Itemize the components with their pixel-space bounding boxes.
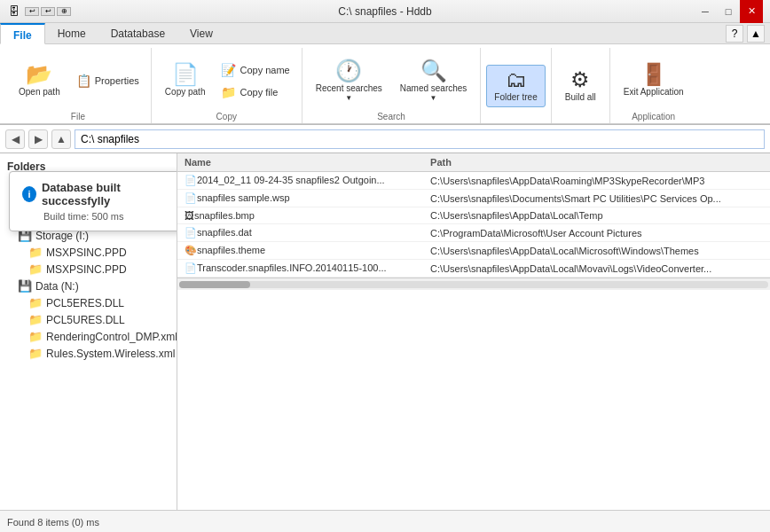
open-sub-buttons: 📋 Properties — [70, 70, 145, 91]
app-group-buttons: 🚪 Exit Application — [616, 48, 692, 110]
folder-tree-button[interactable]: 🗂 Folder tree — [486, 65, 545, 107]
ribbon-group-build: ⚙ Build all — [552, 48, 610, 123]
sidebar-folder-item[interactable]: 📁RenderingControl_DMP.xml — [0, 328, 177, 345]
status-bar: Found 8 items (0) ms — [0, 510, 770, 532]
copy-name-button[interactable]: 📝 Copy name — [215, 59, 295, 81]
build-group-label — [557, 120, 604, 123]
named-searches-icon: 🔍 — [420, 60, 447, 82]
build-all-label: Build all — [565, 92, 596, 103]
open-group-label: File — [11, 110, 145, 123]
file-icon: 🖼 — [185, 210, 194, 221]
table-row[interactable]: 📄snapfiles sample.wsp C:\Users\snapfiles… — [177, 190, 770, 207]
scroll-track[interactable] — [179, 281, 768, 288]
copy-path-button[interactable]: 📄 Copy path — [157, 59, 214, 102]
open-group-buttons: 📂 Open path 📋 Properties — [11, 48, 145, 110]
file-name-cell: 📄Transcoder.snapfiles.INFO.20140115-100.… — [177, 260, 423, 278]
popup-body: Build time: 500 ms — [22, 211, 177, 222]
ribbon-group-folder: 🗂 Folder tree — [481, 48, 551, 123]
folder-group-label — [486, 120, 545, 123]
tab-view[interactable]: View — [177, 23, 225, 44]
up-button[interactable]: ▲ — [51, 129, 71, 149]
sidebar-folder-item[interactable]: 📁PCL5URES.DLL — [0, 311, 177, 328]
file-icon: 📄 — [185, 262, 197, 273]
title-bar: 🗄 ↩ ↩ ⊕ C:\ snapfiles - Hddb ─ □ ✕ — [0, 0, 770, 23]
popup-title: Database built successfylly — [42, 181, 175, 207]
sidebar-folder-item[interactable]: 📁MSXPSINC.PPD — [0, 261, 177, 278]
copy-file-button[interactable]: 📁 Copy file — [215, 82, 295, 103]
copy-icon: 📄 — [172, 64, 199, 85]
exit-icon: 🚪 — [640, 64, 667, 85]
sidebar-folder-item[interactable]: 💾Data (N:) — [0, 278, 177, 294]
copy-group-label: Copy — [157, 110, 296, 123]
collapse-ribbon-button[interactable]: ▲ — [747, 25, 765, 43]
folder-label: Rules.System.Wireless.xml — [46, 348, 175, 360]
help-button[interactable]: ? — [726, 25, 743, 43]
back-button[interactable]: ◀ — [5, 129, 25, 149]
quick-access-icon3[interactable]: ⊕ — [57, 7, 71, 16]
window-title: C:\ snapfiles - Hddb — [0, 5, 770, 18]
file-name-cell: 🎨snapfiles.theme — [177, 242, 423, 260]
properties-icon: 📋 — [76, 74, 91, 88]
copy-name-label: Copy name — [240, 65, 289, 75]
open-path-button[interactable]: 📂 Open path — [11, 59, 68, 102]
maximize-button[interactable]: □ — [717, 0, 740, 23]
build-group-buttons: ⚙ Build all — [557, 48, 604, 120]
app-icon: 🗄 — [7, 4, 21, 19]
horizontal-scrollbar[interactable] — [177, 278, 770, 290]
minimize-button[interactable]: ─ — [694, 0, 717, 23]
file-icon: 🎨 — [185, 245, 197, 255]
table-row[interactable]: 📄snapfiles.dat C:\ProgramData\Microsoft\… — [177, 224, 770, 242]
recent-searches-icon: 🕐 — [335, 60, 362, 82]
tab-home[interactable]: Home — [45, 23, 98, 44]
quick-access-icon2[interactable]: ↩ — [41, 7, 55, 16]
file-path-cell: C:\Users\snapfiles\AppData\Roaming\MP3Sk… — [423, 172, 770, 190]
path-input[interactable] — [75, 129, 765, 149]
folder-tree-label: Folder tree — [494, 92, 537, 103]
table-row[interactable]: 🖼snapfiles.bmp C:\Users\snapfiles\AppDat… — [177, 207, 770, 224]
folder-icon: 📁 — [28, 262, 43, 276]
build-all-button[interactable]: ⚙ Build all — [557, 65, 604, 107]
copy-group-buttons: 📄 Copy path 📝 Copy name 📁 Copy file — [157, 48, 296, 110]
status-text: Found 8 items (0) ms — [7, 517, 99, 528]
copy-file-icon: 📁 — [221, 85, 236, 99]
table-row[interactable]: 📄Transcoder.snapfiles.INFO.20140115-100.… — [177, 260, 770, 278]
folder-label: PCL5URES.DLL — [46, 314, 125, 326]
file-name-cell: 📄snapfiles.dat — [177, 224, 423, 242]
folder-label: PCL5ERES.DLL — [46, 297, 124, 309]
build-all-icon: ⚙ — [570, 69, 590, 90]
file-path-cell: C:\Users\snapfiles\AppData\Local\Temp — [423, 207, 770, 224]
file-table-body: 📄2014_02_11 09-24-35 snapfiles2 Outgoin.… — [177, 172, 770, 278]
sidebar-folder-item[interactable]: 📁Rules.System.Wireless.xml — [0, 345, 177, 362]
window-controls: ─ □ ✕ — [694, 0, 763, 23]
folder-tree-icon: 🗂 — [506, 69, 527, 90]
title-bar-left: 🗄 ↩ ↩ ⊕ — [7, 4, 71, 19]
copy-file-label: Copy file — [240, 87, 278, 98]
info-icon: i — [22, 186, 36, 202]
folder-icon: 📁 — [28, 347, 43, 360]
file-name-cell: 📄2014_02_11 09-24-35 snapfiles2 Outgoin.… — [177, 172, 423, 190]
named-searches-button[interactable]: 🔍 Named searches ▼ — [392, 56, 475, 106]
file-icon: 📄 — [185, 175, 197, 185]
file-list: Name Path 📄2014_02_11 09-24-35 snapfiles… — [177, 153, 770, 278]
search-group-buttons: 🕐 Recent searches ▼ 🔍 Named searches ▼ — [308, 48, 475, 110]
path-bar: ◀ ▶ ▲ — [0, 125, 770, 153]
file-path-cell: C:\ProgramData\Microsoft\User Account Pi… — [423, 224, 770, 242]
main-area: Folders 🖥HDDB💾OS (C:)💾Recovery Image (D:… — [0, 153, 770, 510]
ribbon-group-search: 🕐 Recent searches ▼ 🔍 Named searches ▼ S… — [302, 48, 482, 123]
tab-file[interactable]: File — [0, 23, 45, 44]
content-area: Name Path 📄2014_02_11 09-24-35 snapfiles… — [177, 153, 770, 510]
tab-database[interactable]: Datatabase — [98, 23, 177, 44]
scroll-thumb[interactable] — [179, 281, 250, 288]
forward-button[interactable]: ▶ — [28, 129, 48, 149]
close-button[interactable]: ✕ — [740, 0, 763, 23]
recent-searches-button[interactable]: 🕐 Recent searches ▼ — [308, 56, 390, 106]
sidebar-folder-item[interactable]: 📁PCL5ERES.DLL — [0, 294, 177, 311]
exit-button[interactable]: 🚪 Exit Application — [616, 59, 692, 102]
folder-icon: 📁 — [28, 313, 43, 326]
table-row[interactable]: 🎨snapfiles.theme C:\Users\snapfiles\AppD… — [177, 242, 770, 260]
sidebar-folder-item[interactable]: 📁MSXPSINC.PPD — [0, 244, 177, 261]
quick-access-icon[interactable]: ↩ — [25, 7, 39, 16]
properties-button[interactable]: 📋 Properties — [70, 70, 145, 91]
table-row[interactable]: 📄2014_02_11 09-24-35 snapfiles2 Outgoin.… — [177, 172, 770, 190]
ribbon-group-open: 📂 Open path 📋 Properties File — [5, 48, 152, 123]
